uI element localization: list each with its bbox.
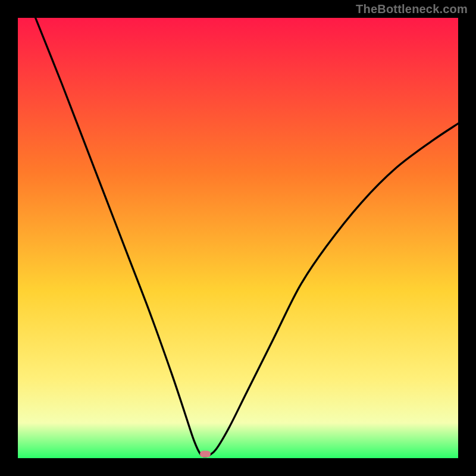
min-marker xyxy=(200,451,211,458)
watermark-text: TheBottleneck.com xyxy=(356,2,468,16)
plot-area xyxy=(18,18,458,458)
chart-frame: TheBottleneck.com xyxy=(0,0,476,476)
bottleneck-curve xyxy=(18,18,458,458)
